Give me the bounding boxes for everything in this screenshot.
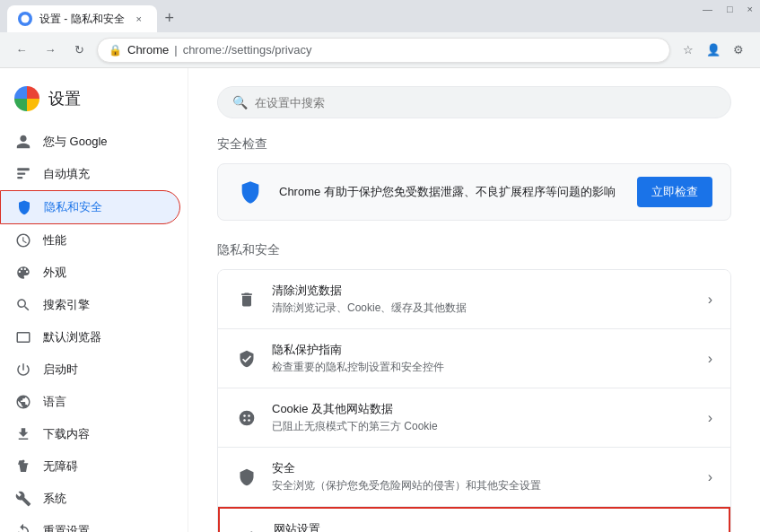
sidebar-item-label: 语言 — [43, 394, 66, 410]
privacy-item-site-settings[interactable]: 网站设置 控制网站可以使用和显示什么信息（如位置信息、摄像头、弹出式窗口及其他）… — [218, 507, 730, 532]
search-input[interactable] — [255, 96, 716, 109]
chevron-right-icon: › — [708, 410, 712, 426]
sidebar-item-label: 自动填充 — [43, 166, 90, 182]
item-title: 安全 — [272, 460, 694, 476]
url-domain: Chrome — [127, 43, 169, 57]
privacy-list: 清除浏览数据 清除浏览记录、Cookie、缓存及其他数据 › 隐私保护指南 检查… — [217, 269, 731, 532]
svg-point-5 — [243, 414, 246, 417]
accessibility-icon — [14, 458, 32, 475]
privacy-item-text: 安全 安全浏览（保护您免受危险网站的侵害）和其他安全设置 — [272, 460, 694, 493]
svg-point-4 — [240, 410, 255, 425]
item-desc: 检查重要的隐私控制设置和安全控件 — [272, 360, 694, 375]
safety-check-title: 安全检查 — [217, 136, 731, 153]
close-button[interactable]: × — [747, 4, 753, 14]
reset-icon — [14, 522, 32, 532]
sidebar-item-label: 启动时 — [43, 362, 78, 378]
sidebar-item-startup[interactable]: 启动时 — [0, 353, 180, 386]
url-separator: | — [174, 43, 177, 57]
sidebar-item-autofill[interactable]: 自动填充 — [0, 158, 180, 190]
power-icon — [14, 361, 32, 379]
safety-check-button[interactable]: 立即检查 — [637, 177, 712, 207]
privacy-item-text: 隐私保护指南 检查重要的隐私控制设置和安全控件 — [272, 342, 694, 375]
maximize-button[interactable]: □ — [727, 4, 733, 14]
sidebar-item-accessibility[interactable]: 无障碍 — [0, 450, 180, 483]
sidebar-item-downloads[interactable]: 下载内容 — [0, 418, 180, 450]
item-desc: 清除浏览记录、Cookie、缓存及其他数据 — [272, 301, 694, 316]
person-icon — [14, 133, 32, 151]
privacy-item-text: 清除浏览数据 清除浏览记录、Cookie、缓存及其他数据 — [272, 283, 694, 316]
palette-icon — [14, 264, 32, 282]
main-content: 设置 您与 Google 自动填充 隐私和安全 — [0, 68, 760, 532]
privacy-item-security[interactable]: 安全 安全浏览（保护您免受危险网站的侵害）和其他安全设置 › — [218, 448, 730, 507]
search-icon: 🔍 — [232, 95, 248, 109]
sidebar-item-label: 系统 — [43, 491, 66, 507]
url-bar[interactable]: 🔒 Chrome | chrome://settings/privacy — [97, 38, 670, 63]
privacy-item-guide[interactable]: 隐私保护指南 检查重要的隐私控制设置和安全控件 › — [218, 329, 730, 388]
sidebar-item-performance[interactable]: 性能 — [0, 224, 180, 257]
sidebar-item-label: 隐私和安全 — [44, 199, 102, 215]
tab-bar: 设置 - 隐私和安全 × + — □ × — [0, 0, 760, 32]
sidebar-item-reset[interactable]: 重置设置 — [0, 515, 180, 532]
safety-check-icon — [236, 178, 265, 206]
sidebar-item-privacy[interactable]: 隐私和安全 — [0, 190, 180, 224]
settings-search-bar[interactable]: 🔍 — [217, 86, 731, 118]
settings-title: 设置 — [48, 88, 81, 109]
svg-point-8 — [248, 419, 250, 422]
tab-title: 设置 - 隐私和安全 — [39, 12, 125, 27]
sidebar-item-default-browser[interactable]: 默认浏览器 — [0, 321, 180, 353]
safety-check-description: Chrome 有助于保护您免受数据泄露、不良扩展程序等问题的影响 — [279, 184, 623, 200]
svg-rect-1 — [17, 173, 25, 175]
autofill-icon — [14, 165, 32, 183]
download-icon — [14, 425, 32, 443]
sidebar-item-google[interactable]: 您与 Google — [0, 126, 180, 158]
privacy-item-cookies[interactable]: Cookie 及其他网站数据 已阻止无痕模式下的第三方 Cookie › — [218, 388, 730, 448]
item-title: 清除浏览数据 — [272, 283, 694, 299]
privacy-item-text: Cookie 及其他网站数据 已阻止无痕模式下的第三方 Cookie — [272, 401, 694, 434]
cookie-icon — [236, 407, 258, 429]
svg-rect-0 — [17, 168, 30, 170]
url-secure-icon: 🔒 — [109, 44, 122, 57]
sidebar-item-label: 您与 Google — [43, 134, 108, 150]
bookmark-button[interactable]: ☆ — [677, 39, 699, 61]
extension-button[interactable]: ⚙ — [728, 39, 749, 61]
tab-close-button[interactable]: × — [132, 12, 146, 26]
chevron-right-icon: › — [708, 292, 712, 308]
address-actions: ☆ 👤 ⚙ — [677, 39, 749, 61]
chevron-right-icon: › — [708, 469, 712, 485]
item-desc: 已阻止无痕模式下的第三方 Cookie — [272, 419, 694, 434]
shield-icon — [236, 467, 258, 488]
profile-button[interactable]: 👤 — [703, 39, 724, 61]
sliders-icon — [238, 528, 259, 533]
refresh-button[interactable]: ↻ — [68, 39, 90, 61]
sidebar-item-label: 重置设置 — [43, 523, 90, 532]
wrench-icon — [14, 490, 32, 508]
sidebar-item-system[interactable]: 系统 — [0, 483, 180, 515]
sidebar-item-label: 搜索引擎 — [43, 297, 90, 313]
svg-point-7 — [243, 419, 246, 422]
sidebar-item-search[interactable]: 搜索引擎 — [0, 289, 180, 321]
item-title: 网站设置 — [274, 521, 692, 532]
shield-icon — [15, 198, 33, 216]
address-bar: ← → ↻ 🔒 Chrome | chrome://settings/priva… — [0, 32, 760, 68]
sidebar-item-appearance[interactable]: 外观 — [0, 257, 180, 289]
svg-rect-2 — [17, 177, 22, 179]
minimize-button[interactable]: — — [703, 4, 712, 14]
gauge-icon — [14, 231, 32, 249]
new-tab-button[interactable]: + — [157, 5, 182, 31]
active-tab[interactable]: 设置 - 隐私和安全 × — [7, 5, 157, 32]
shield-check-icon — [236, 348, 258, 370]
browser-icon — [14, 328, 32, 346]
back-button[interactable]: ← — [11, 39, 32, 61]
browser-frame: 设置 - 隐私和安全 × + — □ × ← → ↻ 🔒 Chrome | ch… — [0, 0, 760, 532]
item-title: 隐私保护指南 — [272, 342, 694, 358]
privacy-item-clear-data[interactable]: 清除浏览数据 清除浏览记录、Cookie、缓存及其他数据 › — [218, 270, 730, 329]
item-title: Cookie 及其他网站数据 — [272, 401, 694, 417]
sidebar-item-language[interactable]: 语言 — [0, 386, 180, 418]
sidebar-item-label: 性能 — [43, 232, 66, 249]
privacy-section-title: 隐私和安全 — [217, 242, 731, 258]
sidebar-item-label: 外观 — [43, 265, 66, 281]
forward-button[interactable]: → — [39, 39, 61, 61]
search-icon — [14, 296, 32, 314]
sidebar-item-label: 默认浏览器 — [43, 329, 101, 345]
svg-point-6 — [248, 414, 250, 417]
